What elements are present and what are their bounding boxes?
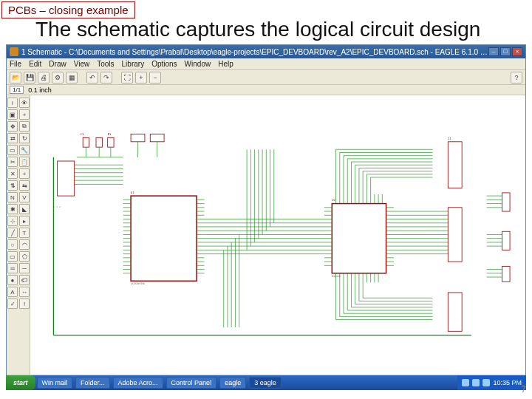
wire-tool[interactable]: ╱ xyxy=(7,228,18,238)
schematic-drawing: U1 CC2530F256 xyxy=(30,95,525,375)
split-tool[interactable]: ⊹ xyxy=(7,216,18,226)
display-tool[interactable]: ▣ xyxy=(7,109,18,120)
miter-tool[interactable]: ◣ xyxy=(19,204,30,214)
menu-draw[interactable]: Draw xyxy=(49,60,66,68)
taskbar-item-active[interactable]: 3 eagle xyxy=(249,377,282,389)
invoke-tool[interactable]: ▸ xyxy=(19,216,30,226)
smash-tool[interactable]: ✱ xyxy=(7,204,18,214)
mark-tool[interactable]: + xyxy=(19,109,30,120)
page-number: 7 xyxy=(521,384,526,395)
pinswap-tool[interactable]: ⇅ xyxy=(7,180,18,191)
menu-file[interactable]: File xyxy=(10,60,21,68)
save-button[interactable]: 💾 xyxy=(24,72,35,83)
tray-icon[interactable] xyxy=(482,379,490,386)
mirror-tool[interactable]: ⇄ xyxy=(7,133,18,143)
open-button[interactable]: 📂 xyxy=(10,72,21,83)
taskbar-item[interactable]: Folder... xyxy=(75,377,110,389)
menu-options[interactable]: Options xyxy=(151,60,177,68)
menu-view[interactable]: View xyxy=(74,60,90,68)
dimension-tool[interactable]: ↔ xyxy=(19,287,30,297)
grid-display: 0.1 inch xyxy=(28,86,52,94)
arc-tool[interactable]: ◠ xyxy=(19,239,30,250)
info-tool[interactable]: i xyxy=(7,98,18,108)
zoom-in-button[interactable]: + xyxy=(135,72,147,83)
gateswap-tool[interactable]: ⇆ xyxy=(19,180,30,191)
menu-edit[interactable]: Edit xyxy=(29,60,41,68)
net-tool[interactable]: ─ xyxy=(19,263,30,273)
svg-rect-182 xyxy=(502,193,510,211)
junction-tool[interactable]: ● xyxy=(7,275,18,285)
svg-rect-202 xyxy=(150,134,164,141)
tray-icon[interactable] xyxy=(472,379,480,386)
svg-rect-205 xyxy=(58,161,75,196)
attribute-tool[interactable]: A xyxy=(7,287,18,297)
label-tool[interactable]: 🏷 xyxy=(19,275,30,285)
bus-tool[interactable]: ═ xyxy=(7,263,18,273)
main-toolbar: 📂 💾 🖨 ⚙ ▦ ↶ ↷ ⛶ + − ? xyxy=(7,70,525,85)
svg-rect-191 xyxy=(502,266,510,282)
taskbar-item[interactable]: Win mail xyxy=(37,377,73,389)
svg-text:CC2530F256: CC2530F256 xyxy=(131,282,145,285)
schematic-canvas[interactable]: U1 CC2530F256 xyxy=(30,95,525,375)
cam-button[interactable]: ⚙ xyxy=(52,72,64,83)
system-tray[interactable]: 10:35 PM xyxy=(457,375,526,390)
name-tool[interactable]: N xyxy=(7,192,18,202)
svg-text:R1: R1 xyxy=(108,133,111,136)
rect-tool[interactable]: ▭ xyxy=(7,251,18,262)
sheet-tab[interactable]: 1/1 xyxy=(10,86,24,94)
group-tool[interactable]: ▭ xyxy=(7,145,18,155)
add-tool[interactable]: + xyxy=(19,168,30,179)
svg-rect-43 xyxy=(332,204,386,273)
menu-window[interactable]: Window xyxy=(185,60,211,68)
maximize-button[interactable]: □ xyxy=(500,47,511,56)
taskbar-item[interactable]: eagle xyxy=(219,377,246,389)
rotate-tool[interactable]: ↻ xyxy=(19,133,30,143)
delete-tool[interactable]: ✕ xyxy=(7,168,18,179)
text-tool[interactable]: T xyxy=(19,228,30,238)
polygon-tool[interactable]: ⬠ xyxy=(19,251,30,262)
show-tool[interactable]: 👁 xyxy=(19,98,30,108)
close-button[interactable]: × xyxy=(512,47,522,56)
menu-tools[interactable]: Tools xyxy=(97,60,114,68)
menu-help[interactable]: Help xyxy=(218,60,233,68)
undo-button[interactable]: ↶ xyxy=(86,72,98,83)
circle-tool[interactable]: ○ xyxy=(7,239,18,250)
zoom-out-button[interactable]: − xyxy=(149,72,161,83)
help-button[interactable]: ? xyxy=(511,72,522,83)
svg-rect-177 xyxy=(448,293,462,331)
clock: 10:35 PM xyxy=(493,379,522,386)
taskbar-item[interactable]: Adobe Acro... xyxy=(113,377,163,389)
parameter-bar: 1/1 0.1 inch xyxy=(7,85,525,95)
svg-rect-194 xyxy=(96,138,102,148)
copy-tool[interactable]: ⧉ xyxy=(19,121,30,132)
svg-rect-174 xyxy=(448,142,462,188)
svg-text:C1: C1 xyxy=(81,133,83,136)
eagle-window: 1 Schematic - C:\Documents and Settings\… xyxy=(6,44,526,386)
svg-rect-201 xyxy=(131,134,145,141)
menu-library[interactable]: Library xyxy=(122,60,145,68)
tray-icon[interactable] xyxy=(462,379,469,386)
start-button[interactable]: start xyxy=(6,375,35,390)
change-tool[interactable]: 🔧 xyxy=(19,145,30,155)
errors-tool[interactable]: ! xyxy=(19,299,30,309)
svg-text:MSP430: MSP430 xyxy=(332,275,340,278)
app-icon xyxy=(10,47,18,56)
paste-tool[interactable]: 📋 xyxy=(19,157,30,167)
taskbar-item[interactable]: Control Panel xyxy=(166,377,217,389)
svg-rect-195 xyxy=(108,138,114,148)
zoom-fit-button[interactable]: ⛶ xyxy=(121,72,133,83)
svg-rect-176 xyxy=(448,208,462,262)
move-tool[interactable]: ✥ xyxy=(7,121,18,132)
cut-tool[interactable]: ✂ xyxy=(7,157,18,167)
print-button[interactable]: 🖨 xyxy=(38,72,50,83)
board-button[interactable]: ▦ xyxy=(66,72,78,83)
svg-rect-187 xyxy=(502,231,510,250)
redo-button[interactable]: ↷ xyxy=(100,72,112,83)
erc-tool[interactable]: ✓ xyxy=(7,299,18,309)
titlebar: 1 Schematic - C:\Documents and Settings\… xyxy=(7,45,525,58)
value-tool[interactable]: V xyxy=(19,192,30,202)
slide-tag: PCBs – closing example xyxy=(1,1,135,18)
minimize-button[interactable]: – xyxy=(488,47,499,56)
svg-text:✕  ✕  ✕: ✕ ✕ ✕ xyxy=(53,205,61,208)
svg-text:U2: U2 xyxy=(332,199,335,202)
